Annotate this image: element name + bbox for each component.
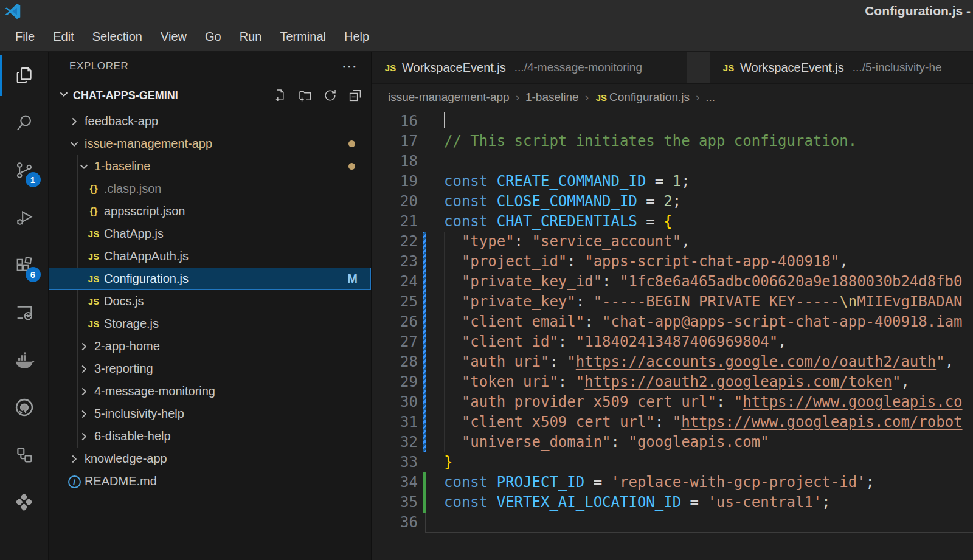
menu-run[interactable]: Run — [230, 26, 271, 48]
code-line-24[interactable]: 24 "private_key_id": "1fc8e6a465adbc0066… — [372, 272, 973, 292]
github-icon[interactable] — [0, 384, 49, 431]
code-line-17[interactable]: 17// This script initiates the app confi… — [372, 131, 973, 151]
tree-item-3-reporting[interactable]: 3-reporting — [49, 358, 371, 380]
code-line-33[interactable]: 33} — [372, 452, 973, 472]
line-number[interactable]: 29 — [372, 372, 418, 392]
menu-file[interactable]: File — [6, 26, 44, 48]
code-line-27[interactable]: 27 "client_id": "118402413487406969804", — [372, 332, 973, 352]
extensions-icon[interactable]: 6 — [0, 241, 49, 289]
explorer-icon[interactable] — [0, 52, 49, 99]
tree-item-2-app-home[interactable]: 2-app-home — [49, 335, 371, 358]
line-number[interactable]: 27 — [372, 332, 418, 352]
refresh-icon[interactable] — [323, 88, 338, 103]
new-folder-icon[interactable] — [298, 88, 313, 103]
tree-item-docs-js[interactable]: JSDocs.js — [49, 290, 371, 313]
code-line-22[interactable]: 22 "type": "service_account", — [372, 232, 973, 252]
tree-item-issue-management-app[interactable]: issue-management-app — [49, 133, 371, 155]
breadcrumb-item[interactable]: Configuration.js — [609, 91, 690, 104]
code-line-18[interactable]: 18 — [372, 151, 973, 171]
workspace-section-header[interactable]: CHAT-APPS-GEMINI — [49, 81, 371, 110]
menu-view[interactable]: View — [151, 26, 196, 48]
breadcrumb-item[interactable]: issue-management-app — [388, 91, 510, 104]
breadcrumb-item[interactable]: 1-baseline — [525, 91, 579, 104]
tree-item-configuration-js[interactable]: JSConfiguration.jsM — [49, 268, 371, 290]
code-line-23[interactable]: 23 "project_id": "apps-script-chat-app-4… — [372, 252, 973, 272]
code-line-32[interactable]: 32 "universe_domain": "googleapis.com" — [372, 432, 973, 452]
code-line-28[interactable]: 28 "auth_uri": "https://accounts.google.… — [372, 352, 973, 372]
code-line-16[interactable]: 16 — [372, 111, 973, 131]
tree-item-label: ChatAppAuth.js — [104, 249, 189, 263]
line-number[interactable]: 35 — [372, 493, 418, 513]
project-manager-icon[interactable] — [0, 431, 49, 479]
tree-item-label: 3-reporting — [94, 362, 153, 376]
diamond-extension-icon[interactable] — [0, 479, 49, 526]
code-line-36[interactable]: 36 — [372, 513, 973, 533]
line-number[interactable]: 16 — [372, 111, 418, 131]
line-number[interactable]: 22 — [372, 232, 418, 252]
source-control-icon[interactable]: 1 — [0, 147, 49, 194]
line-number[interactable]: 31 — [372, 412, 418, 432]
tree-item-knowledge-app[interactable]: knowledge-app — [49, 448, 371, 470]
line-number[interactable]: 32 — [372, 432, 418, 452]
tree-item-6-disable-help[interactable]: 6-disable-help — [49, 425, 371, 448]
line-number[interactable]: 17 — [372, 131, 418, 151]
chevron-right-icon — [77, 385, 91, 398]
remote-explorer-icon[interactable] — [0, 289, 49, 336]
code-line-34[interactable]: 34const PROJECT_ID = 'replace-with-gcp-p… — [372, 472, 973, 493]
tree-item-4-message-monitoring[interactable]: 4-message-monitoring — [49, 380, 371, 403]
code-line-25[interactable]: 25 "private_key": "-----BEGIN PRIVATE KE… — [372, 292, 973, 312]
more-actions-icon[interactable]: ⋯ — [341, 63, 358, 69]
line-number[interactable]: 30 — [372, 392, 418, 412]
tab-workspaceevent-5[interactable]: JS WorkspaceEvent.js .../5-inclusivity-h… — [710, 52, 973, 83]
line-number[interactable]: 18 — [372, 151, 418, 171]
tree-item-1-baseline[interactable]: 1-baseline — [49, 155, 371, 178]
tree-item-readme-md[interactable]: iREADME.md — [49, 470, 371, 493]
line-number[interactable]: 33 — [372, 452, 418, 472]
line-number[interactable]: 28 — [372, 352, 418, 372]
code-line-31[interactable]: 31 "client_x509_cert_url": "https://www.… — [372, 412, 973, 432]
code-editor[interactable]: 1617// This script initiates the app con… — [372, 111, 973, 560]
code-line-26[interactable]: 26 "client_email": "chat-app@apps-script… — [372, 312, 973, 332]
gutter-spacer — [423, 151, 426, 171]
tree-item-label: 6-disable-help — [94, 429, 171, 443]
collapse-all-icon[interactable] — [348, 88, 362, 103]
run-and-debug-icon[interactable] — [0, 194, 49, 241]
code-line-20[interactable]: 20const CLOSE_COMMAND_ID = 2; — [372, 192, 973, 212]
search-icon[interactable] — [0, 99, 49, 147]
js-file-icon: JS — [595, 92, 608, 103]
line-number[interactable]: 24 — [372, 272, 418, 292]
window-title: Configuration.js - — [865, 4, 971, 18]
editor-area: JS WorkspaceEvent.js .../4-message-monit… — [371, 52, 973, 560]
tab-workspaceevent-4[interactable]: JS WorkspaceEvent.js .../4-message-monit… — [372, 52, 687, 83]
code-line-30[interactable]: 30 "auth_provider_x509_cert_url": "https… — [372, 392, 973, 412]
code-line-29[interactable]: 29 "token_uri": "https://oauth2.googleap… — [372, 372, 973, 392]
js-file-icon: JS — [87, 296, 100, 306]
tree-item-chatapp-js[interactable]: JSChatApp.js — [49, 223, 371, 245]
menu-terminal[interactable]: Terminal — [271, 26, 335, 48]
line-number[interactable]: 19 — [372, 171, 418, 192]
code-line-19[interactable]: 19const CREATE_COMMAND_ID = 1; — [372, 171, 973, 192]
line-number[interactable]: 34 — [372, 472, 418, 493]
menu-selection[interactable]: Selection — [83, 26, 151, 48]
tree-item-feedback-app[interactable]: feedback-app — [49, 110, 371, 133]
breadcrumb-item[interactable]: ... — [705, 91, 715, 104]
tree-item-appsscript-json[interactable]: {}appsscript.json — [49, 200, 371, 223]
tree-item--clasp-json[interactable]: {}.clasp.json — [49, 178, 371, 200]
line-number[interactable]: 36 — [372, 513, 418, 533]
code-line-21[interactable]: 21const CHAT_CREDENTIALS = { — [372, 212, 973, 232]
menu-go[interactable]: Go — [196, 26, 230, 48]
tree-item-5-inclusivity-help[interactable]: 5-inclusivity-help — [49, 403, 371, 425]
docker-icon[interactable] — [0, 336, 49, 384]
line-number[interactable]: 25 — [372, 292, 418, 312]
tree-item-chatappauth-js[interactable]: JSChatAppAuth.js — [49, 245, 371, 268]
line-number[interactable]: 21 — [372, 212, 418, 232]
tab-bar-gap — [687, 52, 710, 83]
line-number[interactable]: 23 — [372, 252, 418, 272]
menu-help[interactable]: Help — [335, 26, 378, 48]
code-line-35[interactable]: 35const VERTEX_AI_LOCATION_ID = 'us-cent… — [372, 493, 973, 513]
tree-item-storage-js[interactable]: JSStorage.js — [49, 313, 371, 335]
line-number[interactable]: 26 — [372, 312, 418, 332]
line-number[interactable]: 20 — [372, 192, 418, 212]
menu-edit[interactable]: Edit — [44, 26, 83, 48]
new-file-icon[interactable] — [273, 88, 288, 103]
